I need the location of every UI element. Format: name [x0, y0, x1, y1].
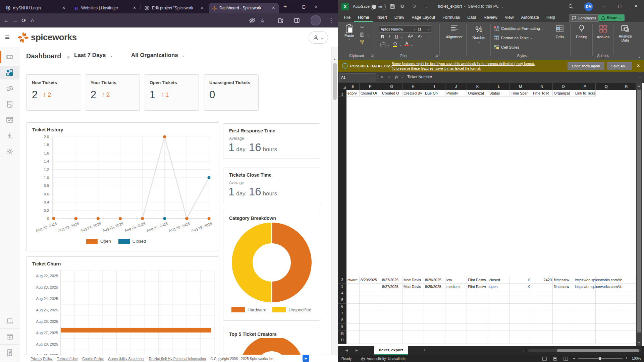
format-as-table-button[interactable]: Format as Table⌄	[494, 34, 533, 42]
autosave-toggle[interactable]: Off	[371, 4, 386, 10]
menu-data[interactable]: Data	[464, 13, 480, 22]
browser-tab-active[interactable]: Dashboard - Spicework✕	[209, 3, 279, 13]
column-header-K[interactable]: K	[467, 83, 488, 90]
accessibility-status[interactable]: Accessibility: Unavailable	[367, 357, 406, 361]
increase-font-icon[interactable]: A˄	[408, 34, 413, 39]
cell-r3[interactable]: 8/29/2025	[424, 283, 445, 290]
sidebar-item-reports[interactable]	[0, 113, 19, 127]
grid-horizontal-scrollbar[interactable]	[528, 349, 641, 352]
column-header-F[interactable]: F	[360, 83, 381, 90]
sheet-next-icon[interactable]: ▶	[356, 349, 358, 352]
cell-r2[interactable]: low	[445, 277, 467, 283]
normal-view-icon[interactable]	[542, 357, 547, 361]
row-header-2[interactable]: 2	[338, 278, 346, 282]
add-sheet-icon[interactable]: +	[423, 347, 426, 353]
cell-r1[interactable]: Link to Ticket	[574, 90, 596, 97]
cell-r1[interactable]: Created By	[402, 90, 424, 97]
ribbon-collapse-chevron[interactable]: ⌄	[638, 55, 641, 59]
sidebar-item-devices[interactable]	[0, 314, 19, 328]
tab-close-icon[interactable]: ✕	[132, 5, 137, 11]
hamburger-menu-icon[interactable]: ≡	[5, 33, 10, 42]
zoom-out-icon[interactable]: −	[573, 356, 575, 361]
bookmark-star-icon[interactable]: ☆	[259, 17, 266, 24]
redo-icon[interactable]: ⟳	[413, 3, 417, 9]
column-header-G[interactable]: G	[381, 83, 402, 90]
decrease-font-icon[interactable]: A˅	[418, 34, 423, 38]
menu-automate[interactable]: Automate	[518, 13, 543, 22]
row-header-6[interactable]: 6	[338, 304, 346, 308]
cut-icon[interactable]: ✂	[360, 25, 364, 30]
window-maximize-button[interactable]: ▢	[302, 4, 306, 9]
cell-r2[interactable]: 8/29/2025	[360, 277, 381, 283]
side-panel-icon[interactable]	[294, 17, 300, 23]
scroll-up-icon[interactable]: ▲	[333, 58, 336, 61]
comments-button[interactable]: Comments	[569, 14, 599, 22]
window-minimize-button[interactable]: —	[602, 4, 606, 8]
underline-options[interactable]: ⌄	[400, 36, 403, 39]
cell-r1[interactable]: egory	[346, 90, 360, 97]
reload-button[interactable]: ⟳	[19, 17, 28, 24]
cell-r1[interactable]: Priority	[445, 90, 467, 97]
cell-r2[interactable]: 8/27/2025	[381, 277, 402, 283]
cell-r2[interactable]: 2420	[531, 277, 553, 283]
column-header-I[interactable]: I	[424, 83, 445, 90]
cell-r2[interactable]: Matt Davis	[402, 277, 424, 283]
row-header-5[interactable]: 5	[338, 298, 346, 302]
sidebar-item-inventory[interactable]	[0, 330, 19, 344]
cells-button[interactable]: Cells ⌄	[551, 25, 569, 43]
footer-link[interactable]: Cookie Policy	[82, 357, 104, 361]
cell-r1[interactable]: Created O	[381, 90, 402, 97]
save-as-button[interactable]: Save As...	[607, 62, 632, 70]
fx-chevron[interactable]: ⌄	[401, 75, 404, 79]
row-header-7[interactable]: 7	[338, 311, 346, 315]
row-header-1[interactable]: 1	[338, 92, 346, 96]
conditional-formatting-button[interactable]: Conditional Formatting⌄	[494, 24, 544, 33]
warning-line2[interactable]: To preserve these features, save it in a…	[392, 66, 566, 71]
row-header-9[interactable]: 9	[338, 324, 346, 328]
menu-review[interactable]: Review	[480, 13, 501, 22]
row-header-4[interactable]: 4	[338, 291, 346, 295]
menu-file[interactable]: File	[340, 13, 354, 22]
account-menu-button[interactable]: ⌄	[309, 32, 328, 44]
cell-styles-button[interactable]: Cell Styles⌄	[494, 43, 523, 52]
zoom-in-icon[interactable]: +	[625, 356, 628, 361]
page-scrollbar[interactable]: ▲ ▼	[331, 47, 338, 362]
browser-menu-icon[interactable]: ⋮	[327, 17, 335, 24]
menu-home[interactable]: Home	[354, 13, 373, 22]
organization-dropdown[interactable]: All Organizations ⌄	[131, 52, 185, 59]
cell-r3[interactable]: open	[488, 283, 510, 290]
menu-view[interactable]: View	[501, 13, 518, 22]
footer-link[interactable]: Accessibility Statement	[108, 357, 144, 361]
forward-button[interactable]: →	[11, 17, 19, 24]
fill-color-icon[interactable]	[392, 42, 398, 47]
cell-r3[interactable]: Matt Davis	[402, 283, 424, 290]
name-box[interactable]: A1⌄	[339, 73, 376, 81]
number-button[interactable]: % Number ⌄	[469, 25, 489, 44]
cell-r1[interactable]: Time To R	[531, 90, 553, 97]
footer-link[interactable]: Privacy Policy	[31, 357, 52, 361]
spiceworks-logo[interactable]	[17, 31, 30, 44]
cell-r2[interactable]: dware	[346, 277, 360, 283]
column-headers[interactable]: EFGHIJKLMNOPQR	[346, 83, 636, 90]
zoom-slider[interactable]	[578, 358, 623, 359]
analyze-data-button[interactable]: Analyze Data	[615, 25, 635, 42]
window-minimize-button[interactable]: —	[289, 4, 293, 9]
menu-help[interactable]: Help	[543, 13, 559, 22]
warning-close-icon[interactable]: ✕	[637, 63, 640, 68]
font-size-select[interactable]: 11⌄	[416, 25, 431, 33]
menu-formulas[interactable]: Formulas	[439, 13, 464, 22]
browser-tab[interactable]: mySNHU Login✕	[3, 3, 69, 13]
column-header-R[interactable]: R	[617, 83, 636, 90]
font-dialog-launcher[interactable]: ⇲	[435, 54, 438, 57]
scroll-down-icon[interactable]: ▼	[638, 341, 640, 344]
undo-icon[interactable]: ⟲	[400, 3, 404, 9]
dont-show-again-button[interactable]: Don't show again	[568, 62, 604, 70]
font-name-select[interactable]: Aptos Narrow⌄	[379, 25, 417, 33]
sidebar-item-billing[interactable]: $	[0, 346, 19, 359]
select-all-corner[interactable]	[338, 83, 347, 90]
share-button[interactable]: Share ⌄	[598, 14, 625, 21]
tab-close-icon[interactable]: ✕	[61, 5, 66, 11]
cell-r2[interactable]: closed	[488, 277, 510, 283]
column-header-E[interactable]: E	[346, 83, 360, 90]
warning-line1[interactable]: Some features might be lost if you save …	[392, 61, 566, 66]
